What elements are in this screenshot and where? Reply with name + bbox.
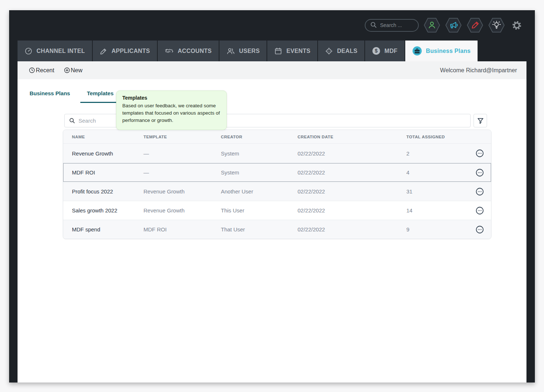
col-header-name: NAME bbox=[63, 135, 143, 139]
tab-deals[interactable]: DEALS bbox=[318, 41, 364, 61]
app-window: Search ... bbox=[9, 10, 535, 383]
table-row[interactable]: Profit focus 2022 Revenue Growth Another… bbox=[63, 182, 491, 201]
cell-template: — bbox=[143, 150, 221, 157]
dollar-icon: $ bbox=[372, 47, 380, 55]
plus-circle-icon bbox=[64, 67, 70, 73]
cell-creator: System bbox=[221, 150, 298, 157]
main-nav-tabs: CHANNEL INTEL APPLICANTS ACCOUNTS bbox=[18, 41, 478, 61]
cell-creator: System bbox=[221, 169, 298, 176]
tooltip-title: Templates bbox=[122, 95, 221, 101]
ellipsis-circle-icon bbox=[475, 225, 484, 234]
recent-button[interactable]: Recent bbox=[29, 67, 54, 74]
cell-creator: This User bbox=[221, 207, 298, 214]
cell-template: Revenue Growth bbox=[143, 207, 221, 214]
target-icon bbox=[325, 47, 333, 55]
cell-creation-date: 02/22/2022 bbox=[298, 207, 406, 214]
cell-creator: That User bbox=[221, 226, 298, 232]
row-actions-button[interactable] bbox=[475, 225, 484, 234]
cell-name: Sales growth 2022 bbox=[63, 207, 143, 214]
cell-name: MDF spend bbox=[63, 226, 143, 232]
tooltip-body: Based on user feedback, we created some … bbox=[122, 102, 221, 124]
row-actions-button[interactable] bbox=[475, 187, 484, 196]
pencil-hex-button[interactable] bbox=[467, 18, 483, 33]
ellipsis-circle-icon bbox=[475, 206, 484, 215]
welcome-text: Welcome Richard@Impartner bbox=[440, 67, 517, 74]
cell-creation-date: 02/22/2022 bbox=[298, 188, 406, 195]
search-icon bbox=[370, 22, 377, 29]
filter-button[interactable] bbox=[474, 114, 487, 127]
ellipsis-circle-icon bbox=[475, 187, 484, 196]
col-header-creator: CREATOR bbox=[221, 135, 298, 139]
settings-gear-button[interactable] bbox=[512, 20, 522, 30]
funnel-icon bbox=[476, 117, 484, 125]
clock-icon bbox=[29, 67, 35, 73]
col-header-creation-date: CREATION DATE bbox=[298, 135, 406, 139]
new-button[interactable]: New bbox=[64, 67, 83, 74]
global-search-input[interactable]: Search ... bbox=[365, 19, 419, 32]
gauge-icon bbox=[24, 47, 32, 55]
ellipsis-circle-icon bbox=[475, 168, 484, 177]
content-area: Recent New Welcome Richard@Impartner Bus… bbox=[18, 61, 526, 383]
cell-total-assigned: 14 bbox=[406, 207, 468, 214]
cell-creator: Another User bbox=[221, 188, 298, 195]
handshake-icon bbox=[165, 47, 174, 55]
table-header-row: NAME TEMPLATE CREATOR CREATION DATE TOTA… bbox=[63, 130, 491, 144]
tab-users[interactable]: USERS bbox=[219, 41, 267, 61]
table-body: Revenue Growth — System 02/22/2022 2 bbox=[63, 144, 491, 239]
tab-channel-intel[interactable]: CHANNEL INTEL bbox=[18, 41, 92, 61]
templates-table: NAME TEMPLATE CREATOR CREATION DATE TOTA… bbox=[63, 130, 491, 239]
subtab-templates[interactable]: Templates bbox=[80, 90, 120, 103]
cell-total-assigned: 4 bbox=[406, 169, 468, 176]
tab-mdf[interactable]: $ MDF bbox=[365, 41, 405, 61]
megaphone-hex-button[interactable] bbox=[445, 18, 462, 33]
col-header-template: TEMPLATE bbox=[143, 135, 221, 139]
ellipsis-circle-icon bbox=[475, 149, 484, 158]
row-actions-button[interactable] bbox=[475, 168, 484, 177]
cell-creation-date: 02/22/2022 bbox=[298, 150, 406, 157]
tab-events[interactable]: EVENTS bbox=[267, 41, 317, 61]
tab-business-plans[interactable]: Business Plans bbox=[405, 41, 478, 61]
calendar-icon bbox=[274, 47, 282, 55]
cell-creation-date: 02/22/2022 bbox=[298, 226, 406, 232]
row-actions-button[interactable] bbox=[475, 149, 484, 158]
row-actions-button[interactable] bbox=[475, 206, 484, 215]
col-header-total-assigned: TOTAL ASSIGNED bbox=[406, 135, 468, 139]
cell-creation-date: 02/22/2022 bbox=[298, 169, 406, 176]
table-row[interactable]: Revenue Growth — System 02/22/2022 2 bbox=[63, 144, 491, 163]
cell-template: Revenue Growth bbox=[143, 188, 221, 195]
cell-name: Profit focus 2022 bbox=[63, 188, 143, 195]
gear-icon bbox=[512, 20, 522, 30]
business-plans-panel: Business Plans Templates Templates Based… bbox=[18, 79, 526, 383]
user-hex-button[interactable] bbox=[424, 18, 440, 33]
welcome-bar: Recent New Welcome Richard@Impartner bbox=[18, 61, 526, 79]
briefcase-icon bbox=[412, 46, 422, 56]
table-row[interactable]: Sales growth 2022 Revenue Growth This Us… bbox=[63, 201, 491, 220]
cell-name: Revenue Growth bbox=[63, 150, 143, 157]
table-row[interactable]: MDF spend MDF ROI That User 02/22/2022 9 bbox=[63, 220, 491, 239]
header-actions: Search ... bbox=[365, 18, 522, 33]
table-row[interactable]: MDF ROI — System 02/22/2022 4 bbox=[63, 163, 491, 182]
tab-accounts[interactable]: ACCOUNTS bbox=[158, 41, 219, 61]
cell-total-assigned: 9 bbox=[406, 226, 468, 232]
lightbulb-hex-button[interactable] bbox=[488, 18, 505, 33]
top-header: Search ... bbox=[9, 10, 535, 61]
cell-total-assigned: 2 bbox=[406, 150, 468, 157]
cell-template: — bbox=[143, 169, 221, 176]
users-icon bbox=[226, 47, 235, 55]
cell-name: MDF ROI bbox=[63, 169, 143, 176]
tab-applicants[interactable]: APPLICANTS bbox=[93, 41, 157, 61]
global-search-placeholder: Search ... bbox=[380, 22, 402, 28]
cell-template: MDF ROI bbox=[143, 226, 221, 232]
pencil-icon bbox=[100, 47, 108, 55]
subtabs: Business Plans Templates bbox=[30, 90, 120, 103]
cell-total-assigned: 31 bbox=[406, 188, 468, 195]
subtab-business-plans[interactable]: Business Plans bbox=[30, 90, 70, 103]
search-icon bbox=[69, 118, 75, 124]
svg-text:$: $ bbox=[375, 48, 378, 54]
templates-tooltip: Templates Based on user feedback, we cre… bbox=[116, 91, 227, 130]
